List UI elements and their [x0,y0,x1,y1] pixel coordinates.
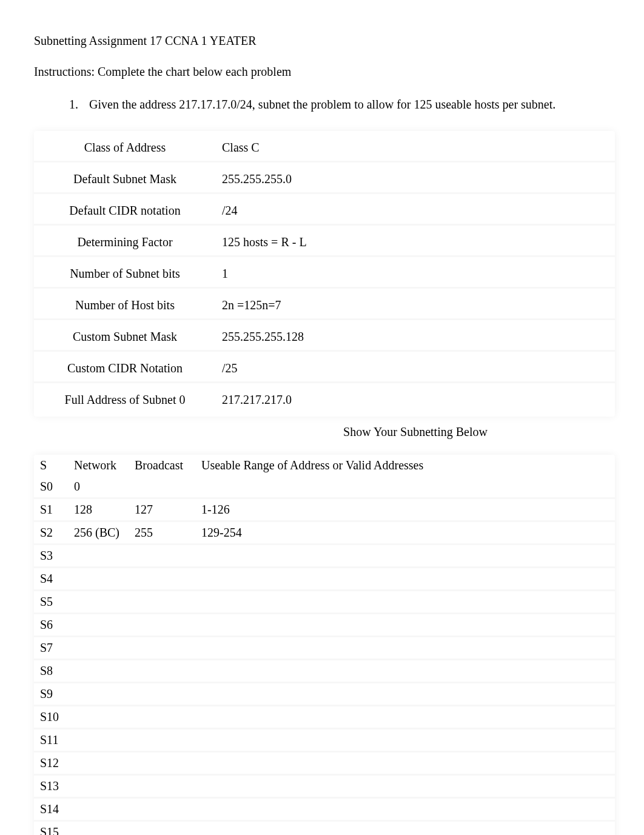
info-row-label: Custom CIDR Notation [34,355,216,383]
subnet-row: S6 [34,614,615,637]
info-row: Full Address of Subnet 0217.217.217.0 [34,387,615,413]
document-page: Subnetting Assignment 17 CCNA 1 YEATER I… [0,0,644,835]
info-row-value: 125 hosts = R - L [216,229,615,257]
subnet-row: S2256 (BC)255129-254 [34,522,615,545]
subnet-cell-network [68,591,129,614]
subnet-cell-broadcast: 255 [129,522,195,545]
subnet-cell-s: S1 [34,499,68,522]
subnet-cell-range [195,729,615,753]
subnet-cell-network [68,545,129,568]
subnet-cell-range [195,660,615,683]
info-row-label: Class of Address [34,135,216,163]
subnet-cell-s: S0 [34,476,68,499]
page-title: Subnetting Assignment 17 CCNA 1 YEATER [34,34,615,48]
info-row-label: Number of Host bits [34,292,216,320]
subnet-row: S12 [34,753,615,776]
subnet-header-broadcast: Broadcast [129,455,195,476]
subnet-cell-s: S12 [34,753,68,776]
subnet-cell-broadcast [129,822,195,835]
info-row-value: /25 [216,355,615,383]
subnet-cell-broadcast [129,637,195,660]
subnet-cell-broadcast [129,476,195,499]
subnet-cell-range [195,591,615,614]
subnet-cell-range [195,476,615,499]
subnet-cell-network [68,683,129,706]
info-row-label: Custom Subnet Mask [34,324,216,352]
subnet-header-network: Network [68,455,129,476]
info-row-value: /24 [216,198,615,226]
subnet-cell-range [195,706,615,729]
subnet-cell-s: S5 [34,591,68,614]
subnet-cell-range [195,753,615,776]
subnet-cell-broadcast [129,660,195,683]
subnet-cell-broadcast [129,776,195,799]
subnet-row: S10 [34,706,615,729]
subnet-cell-s: S4 [34,568,68,591]
subnet-table: S Network Broadcast Useable Range of Add… [34,455,615,835]
info-row: Number of Host bits2n =125n=7 [34,292,615,320]
subnet-cell-range [195,637,615,660]
info-row: Default CIDR notation/24 [34,198,615,226]
info-row: Class of AddressClass C [34,135,615,163]
subnet-cell-range: 129-254 [195,522,615,545]
subnet-cell-s: S2 [34,522,68,545]
subnet-cell-broadcast [129,568,195,591]
subnet-cell-s: S8 [34,660,68,683]
instructions-text: Instructions: Complete the chart below e… [34,65,615,79]
subnet-cell-network: 0 [68,476,129,499]
subnet-cell-range [195,683,615,706]
subnet-header-range: Useable Range of Address or Valid Addres… [195,455,615,476]
info-row: Custom Subnet Mask255.255.255.128 [34,324,615,352]
info-row-value: 255.255.255.128 [216,324,615,352]
subnet-row: S00 [34,476,615,499]
problem-text: Given the address 217.17.17.0/24, subnet… [89,98,555,111]
subnet-cell-range: 1-126 [195,499,615,522]
subnet-cell-broadcast [129,545,195,568]
subnet-table-header-row: S Network Broadcast Useable Range of Add… [34,455,615,476]
info-row-label: Default Subnet Mask [34,166,216,194]
subnet-cell-network [68,799,129,822]
info-row-value: 255.255.255.0 [216,166,615,194]
subnet-header-s: S [34,455,68,476]
subnet-cell-s: S10 [34,706,68,729]
subnet-cell-network [68,614,129,637]
subnet-cell-network: 256 (BC) [68,522,129,545]
subnet-cell-broadcast [129,753,195,776]
subnet-cell-range [195,822,615,835]
subnet-row: S7 [34,637,615,660]
subnet-row: S11 [34,729,615,753]
subnet-cell-network [68,822,129,835]
subnet-cell-network [68,568,129,591]
subnet-cell-network [68,637,129,660]
info-row: Custom CIDR Notation/25 [34,355,615,383]
info-table-wrap: Class of AddressClass CDefault Subnet Ma… [34,131,615,417]
info-row: Number of Subnet bits1 [34,261,615,289]
subnet-row: S4 [34,568,615,591]
subnet-row: S5 [34,591,615,614]
subnet-cell-network: 128 [68,499,129,522]
subnet-cell-network [68,776,129,799]
subnet-row: S8 [34,660,615,683]
show-subnetting-label: Show Your Subnetting Below [216,425,615,439]
info-row-value: 2n =125n=7 [216,292,615,320]
subnet-cell-range [195,776,615,799]
subnet-cell-s: S9 [34,683,68,706]
subnet-cell-s: S7 [34,637,68,660]
subnet-cell-s: S15 [34,822,68,835]
subnet-row: S11281271-126 [34,499,615,522]
info-row-value: 217.217.217.0 [216,387,615,413]
info-row: Determining Factor125 hosts = R - L [34,229,615,257]
subnet-cell-broadcast [129,706,195,729]
subnet-cell-s: S13 [34,776,68,799]
subnet-cell-range [195,799,615,822]
info-row: Default Subnet Mask255.255.255.0 [34,166,615,194]
subnet-row: S3 [34,545,615,568]
subnet-cell-s: S6 [34,614,68,637]
subnet-cell-range [195,545,615,568]
subnet-cell-s: S3 [34,545,68,568]
problem-number: 1. [69,96,86,113]
subnet-cell-network [68,753,129,776]
subnet-cell-network [68,706,129,729]
subnet-cell-s: S14 [34,799,68,822]
subnet-cell-network [68,660,129,683]
